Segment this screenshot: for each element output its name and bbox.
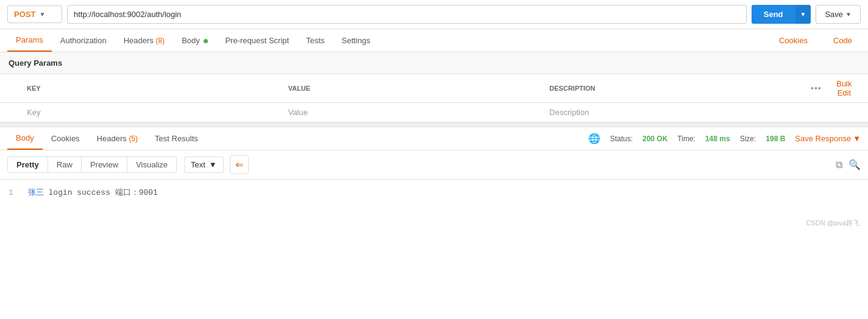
method-select[interactable]: POST ▼ bbox=[7, 5, 62, 23]
more-button[interactable]: ••• bbox=[811, 83, 822, 93]
url-input[interactable] bbox=[67, 5, 747, 24]
copy-button[interactable]: ⧉ bbox=[836, 160, 842, 170]
tab-tests[interactable]: Tests bbox=[297, 30, 333, 51]
watermark: CSDN @java路飞 bbox=[0, 216, 868, 229]
save-label: Save bbox=[825, 10, 843, 19]
line-number: 1 bbox=[9, 188, 13, 197]
response-tabs: Body Cookies Headers (5) Test Results 🌐 … bbox=[0, 127, 868, 150]
tab-headers[interactable]: Headers (8) bbox=[115, 30, 173, 51]
time-value: 148 ms bbox=[705, 135, 730, 143]
row-key[interactable]: Key bbox=[27, 108, 288, 117]
request-tabs: Params Authorization Headers (8) Body Pr… bbox=[0, 29, 868, 52]
row-description[interactable]: Description bbox=[549, 108, 811, 117]
bulk-edit-button[interactable]: Bulk Edit bbox=[829, 79, 859, 97]
format-tab-pretty[interactable]: Pretty bbox=[8, 157, 48, 172]
response-tab-headers[interactable]: Headers (5) bbox=[88, 128, 146, 149]
row-value[interactable]: Value bbox=[288, 108, 550, 117]
send-group: Send ▼ bbox=[752, 5, 811, 24]
col-actions-header: ••• Bulk Edit bbox=[811, 79, 859, 97]
method-label: POST bbox=[14, 10, 35, 19]
send-dropdown-button[interactable]: ▼ bbox=[795, 5, 811, 24]
params-table-header: KEY VALUE DESCRIPTION ••• Bulk Edit bbox=[0, 74, 868, 103]
response-content: 张三 login success 端口：9001 bbox=[28, 188, 158, 197]
save-response-button[interactable]: Save Response ▼ bbox=[795, 134, 861, 143]
tab-settings[interactable]: Settings bbox=[333, 30, 379, 51]
col-desc-header: DESCRIPTION bbox=[549, 85, 811, 92]
format-tabs: Pretty Raw Preview Visualize bbox=[7, 156, 177, 173]
format-tab-raw[interactable]: Raw bbox=[48, 157, 82, 172]
save-button[interactable]: Save ▼ bbox=[816, 5, 861, 24]
size-label: Size: bbox=[740, 135, 756, 143]
tab-params[interactable]: Params bbox=[7, 29, 52, 52]
query-params-section: Query Params bbox=[0, 52, 868, 74]
status-label: Status: bbox=[610, 135, 633, 143]
table-row: Key Value Description bbox=[0, 103, 868, 122]
tab-authorization[interactable]: Authorization bbox=[52, 30, 115, 51]
format-toolbar: Pretty Raw Preview Visualize Text ▼ ⇐ ⧉ … bbox=[0, 150, 868, 180]
text-format-chevron: ▼ bbox=[209, 160, 217, 169]
status-value: 200 OK bbox=[642, 135, 667, 143]
body-dot bbox=[204, 39, 208, 43]
right-tabs: Cookies Code bbox=[770, 30, 861, 51]
text-format-select[interactable]: Text ▼ bbox=[184, 156, 224, 173]
format-tab-visualize[interactable]: Visualize bbox=[127, 157, 176, 172]
response-body: 1 张三 login success 端口：9001 bbox=[0, 180, 868, 216]
wrap-button[interactable]: ⇐ bbox=[230, 155, 249, 174]
response-headers-badge: (5) bbox=[129, 135, 138, 143]
status-info: Status: 200 OK Time: 148 ms Size: 198 B bbox=[610, 135, 786, 143]
response-tab-test-results[interactable]: Test Results bbox=[146, 128, 207, 149]
response-keyword-zhangsan: 张三 bbox=[28, 188, 44, 197]
response-info: 🌐 Status: 200 OK Time: 148 ms Size: 198 … bbox=[588, 133, 861, 144]
format-toolbar-right: ⧉ 🔍 bbox=[836, 159, 861, 170]
section-divider bbox=[0, 122, 868, 127]
response-tab-cookies[interactable]: Cookies bbox=[43, 128, 88, 149]
tab-body[interactable]: Body bbox=[173, 30, 216, 51]
search-button[interactable]: 🔍 bbox=[848, 159, 861, 170]
globe-icon: 🌐 bbox=[588, 133, 600, 144]
send-button[interactable]: Send bbox=[752, 5, 795, 24]
format-tab-preview[interactable]: Preview bbox=[82, 157, 127, 172]
response-text-login: login success 端口：9001 bbox=[48, 188, 157, 197]
tab-code-link[interactable]: Code bbox=[825, 30, 861, 51]
tab-pre-request-script[interactable]: Pre-request Script bbox=[216, 30, 297, 51]
save-chevron: ▼ bbox=[845, 11, 852, 18]
method-chevron: ▼ bbox=[39, 11, 45, 18]
size-value: 198 B bbox=[766, 135, 785, 143]
headers-badge: (8) bbox=[155, 37, 165, 45]
col-value-header: VALUE bbox=[288, 85, 550, 92]
col-key-header: KEY bbox=[27, 85, 288, 92]
response-tab-body[interactable]: Body bbox=[7, 127, 43, 150]
text-format-label: Text bbox=[191, 160, 205, 169]
top-bar: POST ▼ Send ▼ Save ▼ bbox=[0, 0, 868, 29]
time-label: Time: bbox=[677, 135, 695, 143]
tab-cookies-link[interactable]: Cookies bbox=[770, 30, 816, 51]
